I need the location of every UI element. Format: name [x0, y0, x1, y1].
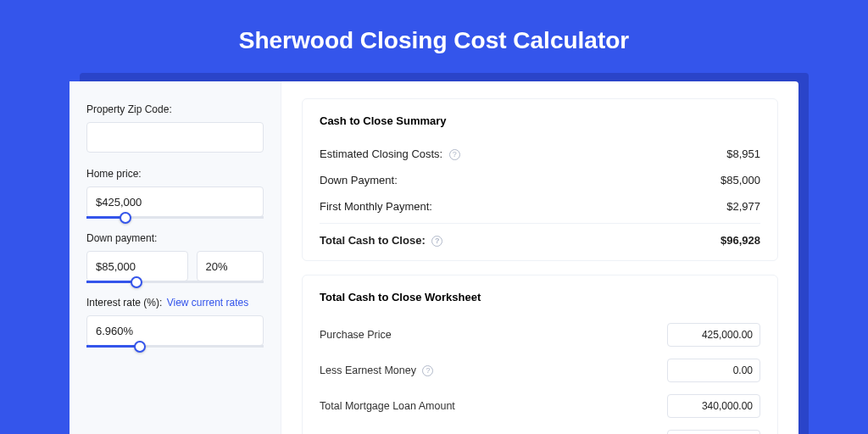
- summary-row: First Monthly Payment: $2,977: [320, 193, 760, 220]
- calculator-card: Property Zip Code: Home price: Down paym…: [70, 81, 798, 434]
- summary-value: $85,000: [721, 174, 760, 186]
- worksheet-input[interactable]: [667, 323, 760, 347]
- summary-total-row: Total Cash to Close: ? $96,928: [320, 223, 760, 253]
- page-title: Sherwood Closing Cost Calculator: [239, 27, 629, 54]
- input-pane: Property Zip Code: Home price: Down paym…: [70, 81, 281, 434]
- worksheet-label: Total Mortgage Loan Amount: [320, 400, 455, 412]
- down-payment-group: Down payment:: [86, 232, 264, 281]
- summary-title: Cash to Close Summary: [320, 114, 760, 127]
- home-price-slider-thumb[interactable]: [120, 212, 131, 224]
- home-price-label: Home price:: [86, 168, 264, 180]
- summary-value: $2,977: [726, 200, 760, 213]
- down-payment-pct-input[interactable]: [197, 251, 264, 281]
- home-price-slider[interactable]: [86, 216, 264, 219]
- zip-label: Property Zip Code:: [86, 103, 264, 115]
- interest-rate-slider-thumb[interactable]: [134, 341, 146, 353]
- interest-rate-input[interactable]: [86, 315, 264, 346]
- home-price-group: Home price:: [86, 168, 264, 217]
- worksheet-input[interactable]: [667, 430, 760, 434]
- worksheet-row: Total Mortgage Loan Amount: [320, 388, 760, 424]
- summary-row: Down Payment: $85,000: [320, 167, 760, 193]
- summary-card: Cash to Close Summary Estimated Closing …: [302, 98, 778, 261]
- interest-rate-label: Interest rate (%): View current rates: [86, 297, 264, 309]
- worksheet-card: Total Cash to Close Worksheet Purchase P…: [302, 275, 778, 434]
- help-icon[interactable]: ?: [422, 365, 433, 376]
- zip-group: Property Zip Code:: [86, 103, 264, 153]
- view-rates-link[interactable]: View current rates: [167, 297, 249, 309]
- down-payment-slider-thumb[interactable]: [131, 276, 142, 288]
- worksheet-label: Less Earnest Money: [320, 364, 416, 376]
- help-icon[interactable]: ?: [449, 149, 460, 160]
- worksheet-row: Total Second Mortgage Amount ?: [320, 424, 760, 434]
- results-pane: Cash to Close Summary Estimated Closing …: [281, 81, 798, 434]
- help-icon[interactable]: ?: [431, 236, 442, 247]
- summary-total-label: Total Cash to Close:: [320, 234, 426, 247]
- down-payment-slider[interactable]: [86, 281, 264, 283]
- interest-rate-group: Interest rate (%): View current rates: [86, 297, 264, 346]
- summary-total-value: $96,928: [721, 234, 760, 247]
- summary-row: Estimated Closing Costs: ? $8,951: [320, 141, 760, 167]
- home-price-input[interactable]: [86, 186, 264, 217]
- worksheet-title: Total Cash to Close Worksheet: [320, 291, 760, 303]
- worksheet-row: Less Earnest Money ?: [320, 353, 760, 388]
- worksheet-input[interactable]: [667, 359, 760, 382]
- worksheet-input[interactable]: [667, 394, 760, 418]
- summary-label: First Monthly Payment:: [320, 200, 432, 213]
- interest-rate-slider[interactable]: [86, 345, 264, 348]
- summary-label: Estimated Closing Costs:: [320, 147, 442, 160]
- down-payment-label: Down payment:: [86, 232, 264, 244]
- zip-input[interactable]: [86, 122, 264, 153]
- summary-label: Down Payment:: [320, 174, 398, 186]
- worksheet-label: Purchase Price: [320, 329, 392, 341]
- worksheet-row: Purchase Price: [320, 317, 760, 353]
- summary-value: $8,951: [726, 147, 760, 160]
